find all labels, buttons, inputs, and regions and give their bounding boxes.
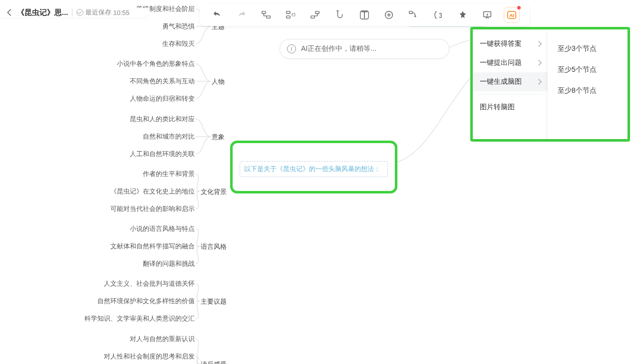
mindmap-leaf-node[interactable]: 作者的生平和背景 — [143, 170, 195, 179]
present-button[interactable] — [479, 7, 495, 23]
add-parent-node-button[interactable] — [307, 7, 323, 23]
mindmap-leaf-node[interactable]: 科学知识、文学审美和人类意识的交汇 — [84, 315, 195, 323]
ai-status-pill: i AI正在创作中，请稍等... — [280, 39, 449, 59]
mindmap-parent-node[interactable]: 意象 — [212, 133, 225, 142]
mindmap-leaf-node[interactable]: 自然环境保护和文化多样性的价值 — [97, 297, 195, 306]
svg-rect-5 — [316, 11, 319, 14]
submenu-8-nodes[interactable]: 至少8个节点 — [548, 80, 628, 101]
mindmap-leaf-node[interactable]: 昆虫和人的类比和对应 — [130, 115, 195, 124]
chevron-right-icon — [536, 41, 541, 46]
menu-separator — [478, 94, 543, 95]
mindmap-leaf-node[interactable]: 可能对当代社会的影响和启示 — [110, 205, 195, 213]
separator: | — [71, 8, 73, 17]
redo-button[interactable] — [234, 7, 250, 23]
svg-rect-4 — [292, 13, 295, 16]
mindmap-leaf-node[interactable]: 翻译的问题和挑战 — [143, 260, 195, 268]
chevron-right-icon — [536, 60, 541, 65]
mindmap-leaf-node[interactable]: 人物命运的归宿和转变 — [130, 95, 195, 103]
ai-menu: 一键获得答案 一键提出问题 一键生成脑图 图片转脑图 — [473, 29, 548, 139]
info-icon: i — [287, 44, 296, 53]
mindmap-leaf-node[interactable]: 生存和毁灭 — [162, 40, 195, 48]
svg-rect-1 — [267, 16, 270, 18]
submenu-5-nodes[interactable]: 至少5个节点 — [548, 59, 628, 80]
relation-button[interactable] — [405, 7, 421, 23]
brainstorm-text: 以下是关于《昆虫记》的一些头脑风暴的想法： — [244, 165, 380, 173]
toolbar: AI — [200, 4, 529, 26]
save-status: 最近保存 10:55 — [76, 8, 130, 17]
svg-rect-3 — [287, 16, 290, 18]
mindmap-leaf-node[interactable]: 自然和城市的对比 — [143, 133, 195, 141]
ai-panel-highlight: 一键获得答案 一键提出问题 一键生成脑图 图片转脑图 至少3个节点 至少5个节点… — [470, 27, 630, 142]
mindmap-leaf-node[interactable]: 《昆虫记》在文化史上的地位 — [110, 187, 195, 196]
svg-rect-2 — [287, 11, 290, 14]
svg-rect-6 — [311, 16, 315, 18]
add-child-node-button[interactable] — [258, 7, 274, 23]
mindmap-parent-node[interactable]: 文化背景 — [201, 187, 227, 196]
svg-rect-0 — [262, 11, 266, 14]
ai-menu-image-to-mindmap[interactable]: 图片转脑图 — [473, 98, 548, 117]
mindmap-parent-node[interactable]: 读后感受 — [201, 360, 227, 364]
mindmap-leaf-node[interactable]: 文献体和自然科学描写的融合 — [110, 242, 195, 251]
style-button[interactable] — [455, 7, 471, 23]
mindmap-leaf-node[interactable]: 小说的语言风格与特点 — [130, 225, 195, 233]
document-title[interactable]: 《昆虫记》思... — [17, 8, 68, 17]
mindmap-leaf-node[interactable]: 对人性和社会制度的思考和启发 — [104, 353, 195, 361]
ai-menu-get-answer[interactable]: 一键获得答案 — [473, 34, 548, 53]
svg-text:AI: AI — [510, 13, 514, 18]
zoom-button[interactable] — [381, 7, 397, 23]
mindmap-leaf-node[interactable]: 对人与自然的重新认识 — [130, 335, 195, 344]
mindmap-leaf-node[interactable]: 人文主义、社会批判与道德关怀 — [104, 280, 195, 288]
mindmap-parent-node[interactable]: 语言风格 — [201, 242, 227, 251]
mindmap-leaf-node[interactable]: 不同角色的关系与互动 — [130, 77, 195, 86]
check-circle-icon — [76, 9, 83, 16]
ai-button[interactable]: AI — [504, 7, 520, 23]
mindmap-canvas[interactable]: 主题等级制度和社会阶层勇气和恐惧生存和毁灭人物小说中各个角色的形象特点不同角色的… — [0, 0, 639, 364]
mindmap-leaf-node[interactable]: 小说中各个角色的形象特点 — [117, 60, 195, 68]
mindmap-leaf-node[interactable]: 人工和自然环境的关联 — [130, 150, 195, 159]
chevron-right-icon — [536, 79, 541, 84]
ai-menu-generate-mindmap[interactable]: 一键生成脑图 — [473, 72, 548, 91]
notification-dot-icon — [517, 6, 521, 9]
ai-status-text: AI正在创作中，请稍等... — [301, 44, 376, 53]
summary-button[interactable] — [430, 7, 446, 23]
mindmap-parent-node[interactable]: 主要议题 — [201, 297, 227, 306]
mindmap-parent-node[interactable]: 人物 — [212, 77, 225, 86]
ai-menu-ask-question[interactable]: 一键提出问题 — [473, 53, 548, 72]
undo-button[interactable] — [209, 7, 225, 23]
svg-rect-9 — [409, 11, 412, 14]
ai-submenu: 至少3个节点 至少5个节点 至少8个节点 — [548, 29, 628, 139]
format-button[interactable] — [332, 7, 348, 23]
brainstorm-highlight: 以下是关于《昆虫记》的一些头脑风暴的想法： — [230, 141, 397, 193]
add-sibling-node-button[interactable] — [283, 7, 299, 23]
brainstorm-node[interactable]: 以下是关于《昆虫记》的一些头脑风暴的想法： — [240, 161, 388, 177]
submenu-3-nodes[interactable]: 至少3个节点 — [548, 38, 628, 59]
back-button[interactable] — [5, 8, 14, 17]
text-button[interactable] — [356, 7, 372, 23]
